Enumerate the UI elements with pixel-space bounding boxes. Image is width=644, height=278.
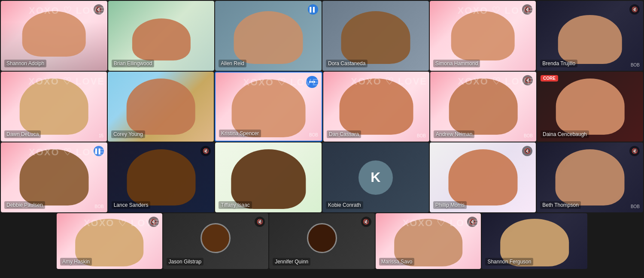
mic-muted-icon: 🔇	[255, 217, 265, 227]
participant-cell-dan-cassara[interactable]: Dan Cassara BOB	[323, 72, 429, 142]
participant-name: Brian Ellingwood	[112, 60, 154, 67]
participant-name: Beth Thompson	[540, 201, 581, 209]
participant-name: Shannon Ferguson	[485, 258, 533, 266]
participant-name: Dawn DeLuca	[4, 130, 41, 138]
mic-muted-icon: 🔇	[522, 75, 533, 85]
participant-cell-beth-thompson[interactable]: 🔇 Beth Thompson BOB	[537, 142, 643, 212]
participant-name: Allen Reid	[219, 60, 246, 67]
participant-name: Andrew Neiman	[434, 130, 474, 138]
mic-muted-icon: 🔇	[522, 4, 532, 15]
participant-cell-jennifer-quinn[interactable]: 🔇 Jennifer Quinn	[269, 213, 375, 269]
row-1: 🔇 Shannon Adolph Brian Ellingwood ▌▌ All…	[1, 1, 643, 71]
number-badge: BOB	[417, 133, 426, 138]
more-options-button[interactable]: •••	[306, 76, 318, 88]
participant-cell-corey-young[interactable]: Corey Young	[108, 72, 214, 142]
number-badge: 15	[99, 133, 103, 138]
row-3: ▌▌ Debbie Paulsen BOB 🔇 Lance Sanders Ti…	[1, 142, 643, 212]
participant-name: Jennifer Quinn	[273, 258, 310, 266]
participant-cell-kristina-spencer[interactable]: ••• Kristina Spencer BOB	[215, 72, 322, 142]
participant-name: Marissa Savo	[379, 258, 415, 266]
participant-name: Kobie Conrath	[326, 201, 363, 209]
participant-name: Kristina Spencer	[219, 130, 261, 137]
participant-name: Jason Gilstrap	[167, 258, 204, 266]
participant-cell-simona-hammond[interactable]: 🔇 Simona Hammond	[430, 1, 536, 71]
avatar-initial: K	[358, 160, 393, 195]
participant-name: Dan Cassara	[327, 130, 361, 138]
number-badge: BOB	[95, 204, 104, 209]
video-grid: 🔇 Shannon Adolph Brian Ellingwood ▌▌ All…	[0, 0, 644, 278]
mic-muted-icon: 🔇	[149, 217, 159, 227]
participant-cell-allen-reid[interactable]: ▌▌ Allen Reid	[215, 1, 322, 71]
participant-name: Lance Sanders	[112, 201, 151, 209]
participant-name: Daina Cencebaugh	[541, 130, 589, 138]
participant-cell-daina-cencebaugh[interactable]: CORE Daina Cencebaugh	[537, 72, 643, 142]
mic-muted-icon: 🔇	[94, 4, 104, 15]
participant-cell-shannon-ferguson[interactable]: Shannon Ferguson	[482, 213, 587, 269]
participant-name: Shannon Adolph	[4, 60, 46, 67]
participant-name: Brenda Trujillo	[540, 60, 577, 67]
participant-cell-kobie-conrath[interactable]: K Kobie Conrath	[322, 142, 429, 212]
participant-cell-debbie-paulsen[interactable]: ▌▌ Debbie Paulsen BOB	[1, 142, 107, 212]
participant-cell-shannon-adolph[interactable]: 🔇 Shannon Adolph	[1, 1, 107, 71]
number-badge: BOB	[524, 133, 533, 138]
mic-muted-icon: 🔇	[467, 217, 477, 227]
participant-cell-andrew-neiman[interactable]: 🔇 Andrew Neiman BOB	[430, 72, 536, 142]
speaking-icon: ▌▌	[308, 4, 318, 15]
participant-cell-marissa-savo[interactable]: 🔇 Marissa Savo	[376, 213, 481, 269]
participant-cell-tiffany-isaac[interactable]: Tiffany Isaac	[215, 142, 322, 212]
speaking-icon: ▌▌	[94, 146, 104, 156]
participant-cell-amy-haskin[interactable]: 🔇 Amy Haskin	[57, 213, 162, 269]
participant-name: Dora Castaneda	[326, 60, 368, 67]
participant-name: Tiffany Isaac	[219, 201, 252, 209]
number-badge: BOB	[631, 204, 640, 209]
number-badge: BOB	[309, 133, 318, 137]
participant-name: Simona Hammond	[433, 60, 480, 67]
mic-muted-icon: 🔇	[361, 217, 371, 227]
participant-name: Amy Haskin	[60, 258, 92, 266]
participant-cell-dora-castaneda[interactable]: Dora Castaneda	[322, 1, 429, 71]
participant-cell-brian-ellingwood[interactable]: Brian Ellingwood	[108, 1, 215, 71]
mic-muted-icon: 🔇	[629, 4, 640, 15]
participant-cell-brenda-trujillo[interactable]: 🔇 Brenda Trujillo BOB	[537, 1, 643, 71]
participant-cell-dawn-deluca[interactable]: Dawn DeLuca 15	[1, 72, 107, 142]
participant-name: Debbie Paulsen	[4, 201, 45, 209]
mic-muted-icon: 🔇	[629, 146, 640, 156]
row-2: Dawn DeLuca 15 Corey Young ••• Kristina …	[1, 72, 643, 142]
participant-cell-jason-gilstrap[interactable]: 🔇 Jason Gilstrap	[163, 213, 269, 269]
participant-cell-lance-sanders[interactable]: 🔇 Lance Sanders	[108, 142, 215, 212]
participant-name: Phillip Morris	[433, 201, 467, 209]
participant-name: Corey Young	[111, 130, 145, 138]
number-badge: BOB	[631, 63, 640, 67]
row-4: 🔇 Amy Haskin 🔇 Jason Gilstrap 🔇 Jennifer…	[1, 213, 643, 269]
participant-cell-phillip-morris[interactable]: 🔇 Phillip Morris	[430, 142, 536, 212]
